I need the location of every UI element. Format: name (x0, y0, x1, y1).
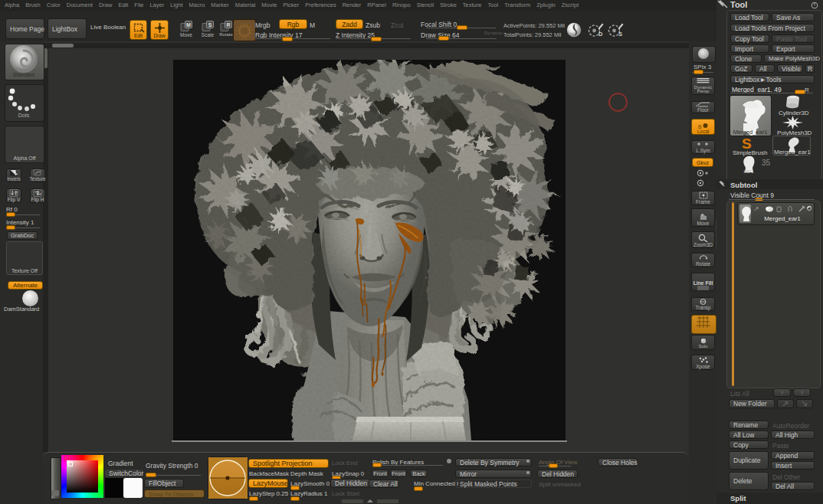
svg-text:6: 6 (698, 123, 702, 129)
svg-text:S: S (208, 22, 212, 28)
svg-text:S: S (742, 136, 752, 151)
svg-text:S: S (618, 31, 622, 38)
svg-text:Merged_ear1: Merged_ear1 (733, 129, 768, 136)
svg-text:Standard: Standard (13, 72, 35, 77)
svg-text:D: D (598, 31, 603, 38)
svg-text:ear1: ear1 (743, 169, 753, 174)
svg-text:R: R (226, 22, 230, 28)
svg-text:Dots: Dots (18, 113, 30, 118)
svg-text:M: M (186, 22, 191, 28)
